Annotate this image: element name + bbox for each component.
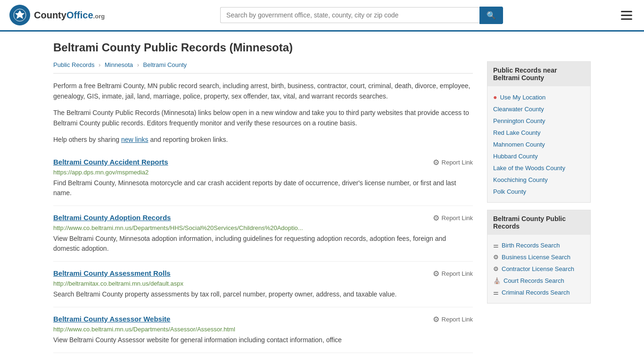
mahnomen-county-link[interactable]: Mahnomen County: [493, 141, 545, 148]
description-para1: Perform a free Beltrami County, MN publi…: [53, 81, 473, 102]
record-header: Beltrami County Assessment Rolls ⚙ Repor…: [53, 269, 473, 278]
business-license-link[interactable]: Business License Search: [502, 254, 570, 261]
content-main: Public Records › Minnesota › Beltrami Co…: [53, 61, 473, 353]
location-icon: ●: [493, 93, 497, 101]
birth-icon: ⚌: [493, 242, 499, 249]
report-link[interactable]: ⚙ Report Link: [433, 315, 473, 324]
report-link-label: Report Link: [442, 316, 473, 323]
lake-of-the-woods-link[interactable]: Lake of the Woods County: [493, 165, 565, 172]
menu-button[interactable]: [619, 8, 635, 22]
report-icon: ⚙: [433, 269, 439, 278]
birth-records-item: ⚌ Birth Records Search: [493, 239, 585, 251]
record-title[interactable]: Beltrami County Accident Reports: [53, 158, 168, 166]
record-item: Beltrami County Assessment Rolls ⚙ Repor…: [53, 262, 473, 307]
new-links-link[interactable]: new links: [121, 136, 149, 143]
record-url[interactable]: http://www.co.beltrami.mn.us/Departments…: [53, 326, 473, 333]
report-icon: ⚙: [433, 158, 439, 167]
report-link-label: Report Link: [442, 270, 473, 277]
search-input[interactable]: [220, 7, 479, 23]
record-desc: View Beltrami County, Minnesota adoption…: [53, 234, 473, 254]
sidebar-county-item: Red Lake County: [493, 127, 585, 139]
public-records-section: Beltrami County Public Records ⚌ Birth R…: [487, 210, 591, 304]
breadcrumb-link-beltrami[interactable]: Beltrami County: [143, 61, 187, 68]
record-desc: Search Beltrami County property assessme…: [53, 289, 473, 299]
content-layout: Public Records › Minnesota › Beltrami Co…: [53, 61, 591, 353]
page-title: Beltrami County Public Records (Minnesot…: [53, 41, 591, 54]
use-my-location-item[interactable]: ● Use My Location: [493, 91, 585, 103]
record-desc: View Beltrami County Assessor website fo…: [53, 335, 473, 345]
records-list: Beltrami County Accident Reports ⚙ Repor…: [53, 150, 473, 353]
report-icon: ⚙: [433, 214, 439, 222]
public-records-section-body: ⚌ Birth Records Search ⚙ Business Licens…: [487, 235, 590, 303]
hubbard-county-link[interactable]: Hubbard County: [493, 153, 538, 160]
record-url[interactable]: http://beltramitax.co.beltrami.mn.us/def…: [53, 280, 473, 287]
contractor-icon: ⚙: [493, 265, 499, 272]
sidebar-county-item: Hubbard County: [493, 150, 585, 162]
logo-text: CountyOffice.org: [34, 10, 105, 21]
record-item: Beltrami County Accident Reports ⚙ Repor…: [53, 150, 473, 206]
record-desc: Find Beltrami County, Minnesota motorcyc…: [53, 178, 473, 198]
logo: CountyOffice.org: [9, 5, 105, 25]
report-link[interactable]: ⚙ Report Link: [433, 214, 473, 222]
court-icon: ⛪: [493, 277, 501, 284]
breadcrumb: Public Records › Minnesota › Beltrami Co…: [53, 61, 473, 74]
record-header: Beltrami County Accident Reports ⚙ Repor…: [53, 158, 473, 167]
record-title[interactable]: Beltrami County Assessor Website: [53, 315, 170, 323]
record-url[interactable]: https://app.dps.mn.gov/mspmedia2: [53, 169, 473, 176]
para3-end: and reporting broken links.: [149, 136, 228, 143]
record-url[interactable]: http://www.co.beltrami.mn.us/Departments…: [53, 224, 473, 231]
report-link[interactable]: ⚙ Report Link: [433, 269, 473, 278]
report-link-label: Report Link: [442, 159, 473, 166]
sidebar-county-item: Clearwater County: [493, 103, 585, 115]
description-para3: Help others by sharing new links and rep…: [53, 134, 473, 145]
report-link-label: Report Link: [442, 214, 473, 222]
search-button[interactable]: 🔍: [479, 7, 503, 24]
nearby-section-body: ● Use My Location Clearwater County Penn…: [487, 86, 590, 202]
nearby-section: Public Records near Beltrami County ● Us…: [487, 61, 591, 203]
court-records-item: ⛪ Court Records Search: [493, 275, 585, 287]
record-item: Beltrami County Adoption Records ⚙ Repor…: [53, 206, 473, 262]
sidebar-county-item: Koochiching County: [493, 174, 585, 186]
breadcrumb-link-minnesota[interactable]: Minnesota: [105, 61, 133, 68]
birth-records-link[interactable]: Birth Records Search: [502, 242, 560, 249]
report-icon: ⚙: [433, 315, 439, 324]
polk-county-link[interactable]: Polk County: [493, 188, 526, 195]
site-header: CountyOffice.org 🔍: [0, 0, 644, 32]
breadcrumb-sep-2: ›: [137, 61, 139, 68]
sidebar-county-item: Mahnomen County: [493, 139, 585, 150]
description-para2: The Beltrami County Public Records (Minn…: [53, 107, 473, 129]
public-records-section-title: Beltrami County Public Records: [487, 210, 590, 235]
record-title[interactable]: Beltrami County Assessment Rolls: [53, 269, 171, 277]
sidebar-county-item: Pennington County: [493, 115, 585, 127]
search-area: 🔍: [220, 7, 503, 24]
criminal-records-link[interactable]: Criminal Records Search: [502, 289, 570, 296]
record-header: Beltrami County Assessor Website ⚙ Repor…: [53, 315, 473, 324]
clearwater-county-link[interactable]: Clearwater County: [493, 106, 544, 113]
business-license-item: ⚙ Business License Search: [493, 251, 585, 263]
criminal-records-item: ⚌ Criminal Records Search: [493, 287, 585, 298]
main-container: Beltrami County Public Records (Minnesot…: [39, 32, 605, 362]
sidebar-county-item: Lake of the Woods County: [493, 162, 585, 174]
contractor-license-link[interactable]: Contractor License Search: [502, 265, 574, 272]
koochiching-county-link[interactable]: Koochiching County: [493, 176, 548, 183]
record-item: Beltrami County Assessor Website ⚙ Repor…: [53, 307, 473, 353]
contractor-license-item: ⚙ Contractor License Search: [493, 263, 585, 275]
sidebar-county-item: Polk County: [493, 186, 585, 197]
pennington-county-link[interactable]: Pennington County: [493, 117, 545, 124]
record-header: Beltrami County Adoption Records ⚙ Repor…: [53, 214, 473, 222]
criminal-icon: ⚌: [493, 289, 499, 296]
court-records-link[interactable]: Court Records Search: [504, 277, 564, 284]
breadcrumb-link-public-records[interactable]: Public Records: [53, 61, 94, 68]
nearby-section-title: Public Records near Beltrami County: [487, 62, 590, 86]
report-link[interactable]: ⚙ Report Link: [433, 158, 473, 167]
business-icon: ⚙: [493, 254, 499, 261]
record-title[interactable]: Beltrami County Adoption Records: [53, 214, 171, 222]
sidebar: Public Records near Beltrami County ● Us…: [487, 61, 591, 353]
breadcrumb-sep-1: ›: [99, 61, 100, 68]
logo-icon: [9, 5, 30, 25]
red-lake-county-link[interactable]: Red Lake County: [493, 129, 540, 136]
para3-start: Help others by sharing: [53, 136, 121, 143]
use-my-location-link[interactable]: Use My Location: [500, 94, 545, 101]
